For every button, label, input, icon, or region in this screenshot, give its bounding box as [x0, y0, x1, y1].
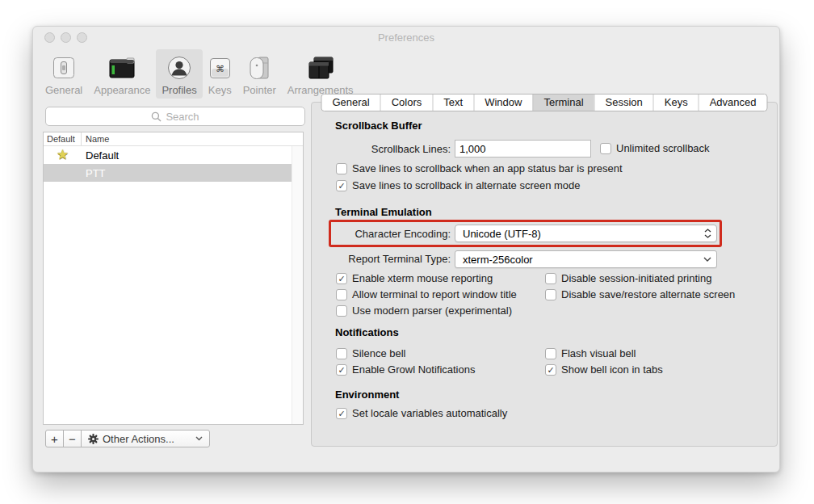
- tab-session[interactable]: Session: [594, 94, 653, 111]
- profiles-list: Default Name ★ Default PTT: [43, 132, 304, 425]
- checkbox-label: Allow terminal to report window title: [352, 288, 517, 300]
- locale-variables-checkbox[interactable]: ✓ Set locale variables automatically: [336, 407, 507, 419]
- checkbox-label: Silence bell: [352, 347, 406, 359]
- save-lines-app-status-checkbox[interactable]: Save lines to scrollback when an app sta…: [336, 162, 623, 174]
- tab-text[interactable]: Text: [432, 94, 473, 111]
- checkbox-unchecked[interactable]: [336, 348, 347, 359]
- report-window-title-checkbox[interactable]: Allow terminal to report window title: [336, 288, 517, 300]
- xterm-mouse-reporting-checkbox[interactable]: ✓ Enable xterm mouse reporting: [336, 272, 493, 284]
- checkbox-label: Set locale variables automatically: [352, 407, 507, 419]
- checkbox-unchecked[interactable]: [545, 348, 556, 359]
- column-header-default[interactable]: Default: [44, 132, 82, 145]
- toolbar-item-label: Keys: [208, 84, 232, 96]
- person-icon: [167, 53, 191, 82]
- checkbox-unchecked[interactable]: [545, 289, 556, 300]
- save-lines-alternate-checkbox[interactable]: ✓ Save lines to scrollback in alternate …: [336, 179, 581, 191]
- minimize-button[interactable]: [61, 32, 71, 43]
- tab-advanced[interactable]: Advanced: [699, 94, 767, 111]
- checkbox-checked[interactable]: ✓: [336, 408, 347, 419]
- remove-profile-button[interactable]: −: [63, 430, 82, 447]
- toolbar-item-arrangements[interactable]: Arrangements: [282, 49, 359, 99]
- command-key-icon: ⌘: [209, 53, 231, 82]
- checkbox-label: Save lines to scrollback in alternate sc…: [352, 179, 581, 191]
- toolbar-item-label: Pointer: [243, 84, 276, 96]
- dark-window-icon: [109, 53, 135, 82]
- scrollback-lines-value: 1,000: [459, 143, 486, 155]
- list-scrollbar-track[interactable]: [292, 146, 303, 424]
- profile-settings-panel: General Colors Text Window Terminal Sess…: [311, 102, 778, 447]
- tab-window[interactable]: Window: [473, 94, 532, 111]
- checkbox-unchecked[interactable]: [336, 305, 347, 317]
- toolbar-item-general[interactable]: General: [40, 49, 88, 99]
- checkbox-unchecked[interactable]: [336, 289, 347, 300]
- column-header-name[interactable]: Name: [82, 134, 303, 144]
- toolbar-item-label: Appearance: [94, 84, 150, 96]
- checkbox-checked[interactable]: ✓: [336, 273, 347, 284]
- scrollback-lines-label: Scrollback Lines:: [312, 143, 451, 155]
- checkbox-label: Use modern parser (experimental): [352, 304, 512, 317]
- tab-terminal[interactable]: Terminal: [532, 94, 594, 111]
- preferences-toolbar: General Appearance Profiles ⌘ Keys Point…: [40, 49, 359, 99]
- popup-value: Unicode (UTF-8): [463, 228, 541, 240]
- section-terminal-emulation: Terminal Emulation: [335, 206, 432, 218]
- profile-row-ptt[interactable]: PTT: [44, 164, 292, 182]
- disable-saverestore-checkbox[interactable]: Disable save/restore alternate screen: [545, 288, 735, 300]
- scrollback-lines-input[interactable]: 1,000: [455, 140, 591, 158]
- checkbox-label: Enable Growl Notifications: [352, 363, 475, 376]
- checkbox-checked[interactable]: ✓: [545, 364, 556, 376]
- gear-icon: [88, 434, 99, 444]
- profile-row-default[interactable]: ★ Default: [44, 146, 292, 164]
- profile-actions: + − Other Actions...: [45, 430, 210, 447]
- checkbox-label: Disable session-initiated printing: [561, 272, 711, 284]
- window-title: Preferences: [33, 27, 779, 49]
- profile-name: PTT: [82, 167, 106, 179]
- combo-value: xterm-256color: [463, 254, 533, 266]
- stacked-windows-icon: [308, 53, 334, 82]
- other-actions-label: Other Actions...: [103, 433, 174, 445]
- titlebar: Preferences: [33, 27, 779, 48]
- profile-search-field[interactable]: Search: [45, 107, 305, 126]
- modern-parser-checkbox[interactable]: Use modern parser (experimental): [336, 304, 512, 317]
- checkbox-label: Show bell icon in tabs: [561, 363, 663, 376]
- profile-tabs: General Colors Text Window Terminal Sess…: [321, 94, 767, 111]
- profiles-list-header[interactable]: Default Name: [44, 132, 303, 146]
- character-encoding-popup[interactable]: Unicode (UTF-8): [455, 225, 717, 242]
- chevron-down-icon: [703, 257, 711, 262]
- tab-colors[interactable]: Colors: [380, 94, 433, 111]
- tab-general[interactable]: General: [321, 94, 380, 111]
- traffic-lights: [44, 32, 87, 43]
- toolbar-item-label: General: [45, 84, 82, 96]
- command-glyph: ⌘: [216, 63, 224, 74]
- toolbar-item-label: Profiles: [162, 84, 196, 96]
- growl-notifications-checkbox[interactable]: ✓ Enable Growl Notifications: [336, 363, 475, 376]
- flash-visual-bell-checkbox[interactable]: Flash visual bell: [545, 347, 636, 359]
- checkbox-checked[interactable]: ✓: [336, 180, 347, 191]
- add-profile-button[interactable]: +: [45, 430, 64, 447]
- checkbox-unchecked[interactable]: [336, 163, 347, 174]
- checkbox-checked[interactable]: ✓: [336, 364, 347, 376]
- search-icon: [151, 111, 162, 122]
- checkbox-unchecked[interactable]: [600, 143, 611, 154]
- toolbar-item-keys[interactable]: ⌘ Keys: [203, 49, 237, 99]
- section-notifications: Notifications: [335, 326, 399, 338]
- star-icon: ★: [57, 149, 69, 162]
- light-switch-icon: [52, 53, 75, 82]
- section-scrollback-buffer: Scrollback Buffer: [335, 120, 422, 132]
- toolbar-item-pointer[interactable]: Pointer: [237, 49, 282, 99]
- checkbox-unchecked[interactable]: [545, 273, 556, 284]
- preferences-window: Preferences General Appearance Profiles …: [32, 26, 780, 472]
- toolbar-item-profiles[interactable]: Profiles: [156, 49, 202, 99]
- unlimited-scrollback-checkbox[interactable]: Unlimited scrollback: [600, 142, 710, 154]
- other-actions-dropdown[interactable]: Other Actions...: [81, 430, 210, 447]
- silence-bell-checkbox[interactable]: Silence bell: [336, 347, 406, 359]
- toolbar-item-appearance[interactable]: Appearance: [88, 49, 156, 99]
- report-terminal-type-combo[interactable]: xterm-256color: [455, 250, 717, 268]
- zoom-button[interactable]: [77, 32, 87, 43]
- tab-keys[interactable]: Keys: [653, 94, 699, 111]
- disable-printing-checkbox[interactable]: Disable session-initiated printing: [545, 272, 711, 284]
- character-encoding-label: Character Encoding:: [312, 228, 451, 240]
- stepper-chevrons-icon: [704, 229, 711, 238]
- bell-icon-tabs-checkbox[interactable]: ✓ Show bell icon in tabs: [545, 363, 663, 376]
- profile-name: Default: [82, 149, 119, 162]
- close-button[interactable]: [44, 32, 55, 43]
